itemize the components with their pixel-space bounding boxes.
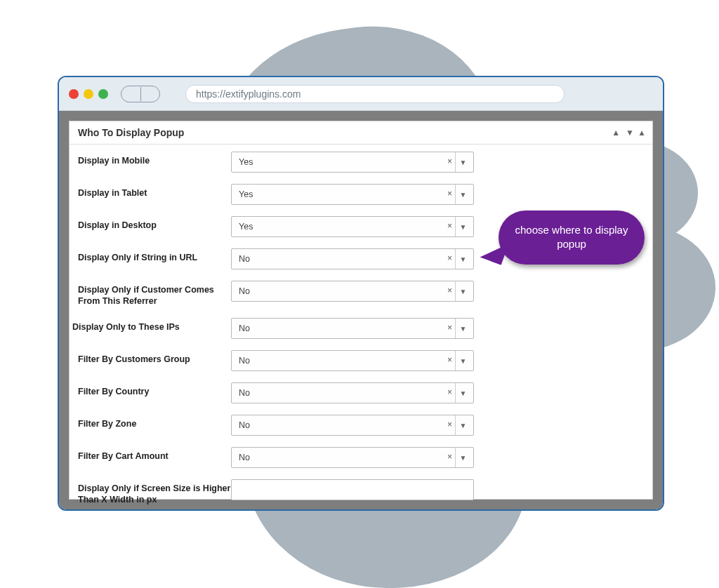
field-country: Filter By Country No × ▼ — [70, 380, 652, 406]
maximize-icon[interactable] — [98, 89, 108, 99]
select-customers-group[interactable]: No × ▼ — [231, 350, 474, 371]
chevron-down-icon[interactable]: ▼ — [455, 351, 470, 370]
select-string-in-url[interactable]: No × ▼ — [231, 248, 474, 269]
field-label: Display Only if Screen Size is Higher Th… — [78, 479, 231, 505]
chevron-down-icon[interactable]: ▼ — [455, 383, 470, 403]
field-label: Display Only if String in URL — [78, 248, 231, 264]
select-zone[interactable]: No × ▼ — [231, 415, 474, 436]
field-cart-amount: Filter By Cart Amount No × ▼ — [70, 444, 652, 471]
callout-text: choose where to display popup — [515, 224, 628, 250]
select-value: No — [239, 254, 250, 264]
field-display-mobile: Display in Mobile Yes × ▼ — [70, 149, 652, 175]
chevron-down-icon[interactable]: ▼ — [626, 128, 634, 138]
field-label: Filter By Country — [78, 382, 231, 398]
select-display-desktop[interactable]: Yes × ▼ — [231, 216, 474, 237]
field-screen-higher: Display Only if Screen Size is Higher Th… — [70, 476, 652, 508]
field-label: Filter By Zone — [78, 415, 231, 430]
select-value: No — [239, 286, 250, 296]
field-ips: Display Only to These IPs No × ▼ — [70, 315, 652, 342]
chevron-down-icon[interactable]: ▼ — [455, 319, 470, 338]
select-value: Yes — [239, 222, 253, 232]
field-display-tablet: Display in Tablet Yes × ▼ — [70, 181, 652, 208]
field-label: Filter By Cart Amount — [78, 447, 231, 462]
chevron-down-icon[interactable]: ▼ — [455, 448, 470, 467]
field-label: Display in Mobile — [78, 152, 231, 167]
collapse-icon[interactable]: ▴ — [640, 128, 644, 138]
clear-icon[interactable]: × — [447, 189, 452, 199]
url-text: https://extifyplugins.com — [196, 88, 301, 100]
panel-body: Display in Mobile Yes × ▼ Display in Tab… — [70, 145, 652, 511]
field-customers-group: Filter By Customers Group No × ▼ — [70, 347, 652, 374]
chevron-up-icon[interactable]: ▲ — [612, 128, 620, 138]
panel-title: Who To Display Popup — [78, 127, 184, 138]
select-cart-amount[interactable]: No × ▼ — [231, 447, 474, 468]
chevron-down-icon[interactable]: ▼ — [455, 415, 470, 435]
callout-tooltip: choose where to display popup — [499, 211, 645, 265]
clear-icon[interactable]: × — [447, 420, 452, 429]
clear-icon[interactable]: × — [447, 253, 452, 263]
field-label: Display in Tablet — [78, 184, 231, 199]
nav-back-forward[interactable] — [121, 86, 160, 102]
select-value: No — [239, 453, 250, 462]
field-label: Display Only if Customer Comes From This… — [78, 281, 231, 307]
chevron-down-icon[interactable]: ▼ — [455, 249, 470, 269]
input-screen-higher[interactable] — [231, 479, 474, 500]
close-icon[interactable] — [69, 89, 79, 99]
field-zone: Filter By Zone No × ▼ — [70, 412, 652, 439]
select-value: No — [239, 356, 250, 366]
clear-icon[interactable]: × — [447, 323, 452, 333]
field-label: Filter By Customers Group — [78, 350, 231, 366]
select-value: No — [239, 323, 250, 333]
browser-window: https://extifyplugins.com Who To Display… — [58, 76, 664, 511]
select-value: Yes — [239, 189, 253, 199]
chevron-down-icon[interactable]: ▼ — [455, 217, 470, 236]
select-value: Yes — [239, 157, 253, 167]
select-value: No — [239, 388, 250, 398]
clear-icon[interactable]: × — [447, 156, 452, 166]
select-display-mobile[interactable]: Yes × ▼ — [231, 152, 474, 173]
select-referrer[interactable]: No × ▼ — [231, 281, 474, 302]
select-value: No — [239, 420, 250, 430]
select-display-tablet[interactable]: Yes × ▼ — [231, 184, 474, 205]
field-referrer: Display Only if Customer Comes From This… — [70, 278, 652, 309]
clear-icon[interactable]: × — [447, 387, 452, 397]
chevron-down-icon[interactable]: ▼ — [455, 152, 470, 172]
clear-icon[interactable]: × — [447, 452, 452, 462]
address-bar[interactable]: https://extifyplugins.com — [185, 85, 565, 103]
field-label: Display Only to These IPs — [72, 318, 231, 333]
chevron-down-icon[interactable]: ▼ — [455, 281, 470, 301]
clear-icon[interactable]: × — [447, 355, 452, 365]
field-label: Display in Desktop — [78, 216, 231, 232]
window-controls — [69, 89, 108, 99]
select-ips[interactable]: No × ▼ — [231, 318, 474, 339]
settings-panel: Who To Display Popup ▲ ▼ ▴ Display in Mo… — [69, 121, 653, 500]
clear-icon[interactable]: × — [447, 221, 452, 231]
panel-header: Who To Display Popup ▲ ▼ ▴ — [70, 121, 652, 145]
select-country[interactable]: No × ▼ — [231, 382, 474, 403]
browser-viewport: Who To Display Popup ▲ ▼ ▴ Display in Mo… — [59, 111, 663, 509]
clear-icon[interactable]: × — [447, 286, 452, 295]
browser-titlebar: https://extifyplugins.com — [59, 77, 663, 111]
chevron-down-icon[interactable]: ▼ — [455, 185, 470, 204]
minimize-icon[interactable] — [84, 89, 93, 99]
